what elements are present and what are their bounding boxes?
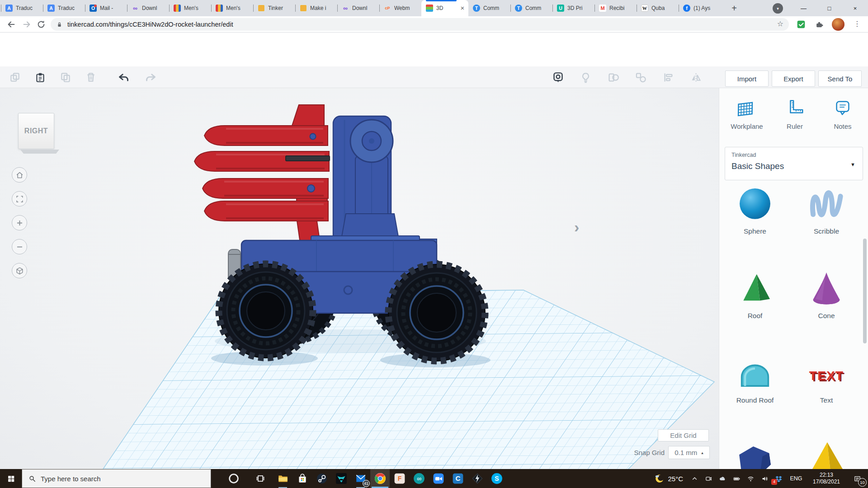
tray-expand-chevron[interactable]: [688, 475, 702, 483]
launcher-peg[interactable]: [310, 134, 316, 140]
taskbar-app-microsoft-store[interactable]: [292, 469, 312, 488]
browser-tab[interactable]: M Recibi: [594, 0, 637, 16]
checkmark-extension-icon[interactable]: [797, 20, 806, 29]
close-button[interactable]: ×: [842, 0, 868, 16]
copy-icon[interactable]: [7, 70, 23, 85]
paste-icon[interactable]: [33, 70, 48, 85]
browser-tab[interactable]: W Quba: [637, 0, 679, 16]
wheel-front-right[interactable]: [388, 264, 485, 361]
view-cube[interactable]: RIGHT: [18, 113, 54, 149]
volume-icon[interactable]: [758, 475, 772, 483]
media-controls-button[interactable]: ▾: [773, 3, 783, 14]
browser-tab[interactable]: A Traduc: [1, 0, 43, 16]
url-text[interactable]: tinkercad.com/things/cCE3HiNw2dO-rocket-…: [67, 21, 233, 28]
panel-collapse-chevron[interactable]: ›: [574, 218, 579, 236]
rocket-rail[interactable]: [286, 156, 330, 161]
fit-view-button[interactable]: [12, 191, 27, 206]
shape-sphere[interactable]: Sphere: [726, 181, 784, 266]
browser-tab[interactable]: cP Webm: [379, 0, 421, 16]
browser-tab[interactable]: T Comm: [510, 0, 552, 16]
panel-scrollbar[interactable]: [863, 239, 867, 343]
forward-arrow-icon[interactable]: [22, 19, 32, 29]
taskbar-app-zoom[interactable]: [429, 469, 448, 488]
browser-tab[interactable]: Make i: [295, 0, 337, 16]
send-to-button[interactable]: Send To: [818, 70, 862, 87]
maximize-button[interactable]: □: [816, 0, 842, 16]
ungroup-icon[interactable]: [633, 70, 648, 85]
browser-tab[interactable]: ∞ Downl: [127, 0, 169, 16]
rocket-launcher-model[interactable]: [0, 88, 719, 469]
shape-roof[interactable]: Roof: [726, 266, 784, 350]
align-icon[interactable]: [660, 70, 676, 85]
bookmark-star-icon[interactable]: ☆: [777, 19, 783, 28]
launcher-turret[interactable]: [333, 116, 400, 247]
browser-profile-avatar[interactable]: [832, 18, 844, 31]
search-input[interactable]: [41, 475, 190, 483]
shape-text[interactable]: Text: [797, 350, 856, 435]
camera-tray-icon[interactable]: [702, 475, 716, 483]
task-view-icon[interactable]: [255, 473, 266, 484]
back-arrow-icon[interactable]: [6, 19, 16, 29]
clock[interactable]: 22:13 17/08/2021: [807, 472, 846, 485]
snap-grid-select[interactable]: 0.1 mm ▴: [668, 446, 710, 459]
workplane-tool[interactable]: Workplane: [723, 98, 771, 130]
battery-icon[interactable]: [730, 475, 744, 483]
shape-scribble[interactable]: Scribble: [797, 181, 856, 266]
perspective-toggle-button[interactable]: [12, 263, 27, 278]
wifi-icon[interactable]: [744, 475, 758, 483]
taskbar-app-arduino[interactable]: [409, 469, 429, 488]
taskbar-app-skype[interactable]: [487, 469, 506, 488]
dropbox-icon[interactable]: 4: [772, 475, 786, 483]
rocket-fin-top[interactable]: [292, 105, 324, 126]
duplicate-icon[interactable]: [58, 70, 73, 85]
edit-grid-button[interactable]: Edit Grid: [658, 429, 709, 441]
taskbar-app-chrome[interactable]: [370, 469, 390, 488]
taskbar-app-steam[interactable]: [312, 469, 331, 488]
notes-tool[interactable]: Notes: [819, 98, 867, 130]
browser-tab[interactable]: T Comm: [468, 0, 510, 16]
import-button[interactable]: Import: [725, 70, 769, 87]
shape-round-roof[interactable]: Round Roof: [726, 350, 784, 435]
shape-library-dropdown[interactable]: Tinkercad Basic Shapes ▼: [725, 147, 863, 180]
reload-icon[interactable]: [36, 19, 46, 29]
undo-icon[interactable]: [116, 70, 131, 85]
browser-tab[interactable]: U 3D Pri: [552, 0, 594, 16]
delete-icon[interactable]: [83, 70, 99, 85]
browser-tab[interactable]: Men's: [211, 0, 253, 16]
new-tab-button[interactable]: +: [728, 2, 741, 14]
lightbulb-icon[interactable]: [578, 70, 593, 85]
taskbar-app-afterburner[interactable]: [467, 469, 487, 488]
taskbar-app-predator[interactable]: [331, 469, 351, 488]
address-bar[interactable]: tinkercad.com/things/cCE3HiNw2dO-rocket-…: [51, 18, 789, 31]
taskbar-app-fusion-360[interactable]: [390, 469, 409, 488]
language-indicator[interactable]: ENG: [786, 475, 807, 482]
viewport-3d[interactable]: RIGHT › Edit Grid Snap Grid 0.1 mm ▴: [0, 88, 719, 469]
taskbar-search[interactable]: [22, 469, 211, 488]
notification-center-icon[interactable]: 10: [846, 469, 868, 488]
taskbar-app-cura[interactable]: [448, 469, 467, 488]
taskbar-app-file-explorer[interactable]: [273, 469, 292, 488]
launcher-peg[interactable]: [307, 185, 315, 192]
cortana-icon[interactable]: [227, 472, 240, 485]
browser-tab[interactable]: f (1) Ays: [679, 0, 721, 16]
rockets[interactable]: [194, 105, 330, 243]
browser-tab[interactable]: 3D ×: [421, 0, 468, 16]
export-button[interactable]: Export: [772, 70, 815, 87]
shape-pyramid[interactable]: [797, 435, 856, 469]
browser-tab[interactable]: Tinker: [253, 0, 295, 16]
ruler-tool[interactable]: Ruler: [771, 98, 819, 130]
mirror-icon[interactable]: [688, 70, 703, 85]
wheel-front-left[interactable]: [219, 264, 313, 358]
onedrive-icon[interactable]: [716, 475, 730, 483]
taskbar-app-mail[interactable]: 41: [351, 469, 370, 488]
extensions-puzzle-icon[interactable]: [815, 20, 824, 29]
browser-tab[interactable]: A Traduc: [43, 0, 85, 16]
start-button[interactable]: [0, 469, 22, 488]
menu-dots-icon[interactable]: ⋮: [853, 19, 862, 28]
redo-icon[interactable]: [143, 70, 158, 85]
tab-close-icon[interactable]: ×: [459, 5, 466, 12]
minimize-button[interactable]: —: [791, 0, 816, 16]
browser-tab[interactable]: ∞ Downl: [337, 0, 379, 16]
inspect-icon[interactable]: [550, 70, 566, 85]
group-icon[interactable]: [605, 70, 621, 85]
